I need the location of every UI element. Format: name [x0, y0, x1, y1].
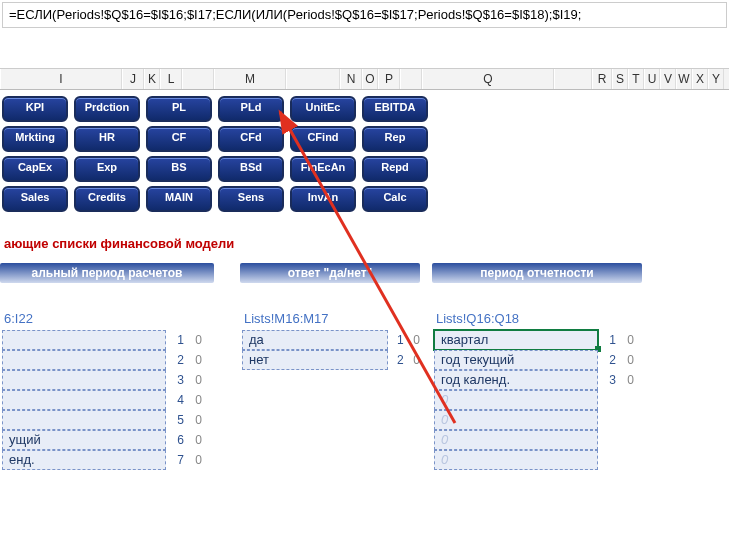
nav-button-ebitda[interactable]: EBITDA	[362, 96, 428, 122]
column-headers[interactable]: IJKLMNOPQRSTUVWXY	[0, 68, 729, 90]
nav-button-pld[interactable]: PLd	[218, 96, 284, 122]
column-header-W[interactable]: W	[676, 69, 692, 89]
list-item-cell[interactable]	[2, 370, 166, 390]
list-row: 0	[432, 410, 642, 430]
list-item-cell[interactable]: год текущий	[434, 350, 598, 370]
column-header-blank[interactable]	[182, 69, 214, 89]
column-header-O[interactable]: O	[362, 69, 378, 89]
nav-button-bs[interactable]: BS	[146, 156, 212, 182]
list-row: год текущий20	[432, 350, 642, 370]
list-item-cell[interactable]	[2, 350, 166, 370]
zero-cell: 0	[188, 390, 202, 410]
nav-button-unitec[interactable]: UnitEc	[290, 96, 356, 122]
range-reference: 6:I22	[0, 311, 214, 326]
nav-button-hr[interactable]: HR	[74, 126, 140, 152]
zero-cell: 0	[188, 410, 202, 430]
list-row: 10	[0, 330, 214, 350]
nav-button-credits[interactable]: Credits	[74, 186, 140, 212]
column-header-S[interactable]: S	[612, 69, 628, 89]
column-header-Q[interactable]: Q	[422, 69, 554, 89]
list-row: да10	[240, 330, 420, 350]
section-right: период отчетностиLists!Q16:Q18квартал10г…	[432, 263, 642, 470]
index-cell: 1	[166, 330, 188, 350]
index-cell: 2	[388, 350, 408, 370]
nav-button-pl[interactable]: PL	[146, 96, 212, 122]
list-row: год календ.30	[432, 370, 642, 390]
range-reference: Lists!M16:M17	[240, 311, 420, 326]
index-cell	[598, 390, 620, 410]
index-cell: 7	[166, 450, 188, 470]
list-item-cell[interactable]: квартал	[434, 330, 598, 350]
nav-button-finecan[interactable]: FinEcAn	[290, 156, 356, 182]
list-item-cell[interactable]: енд.	[2, 450, 166, 470]
nav-button-sens[interactable]: Sens	[218, 186, 284, 212]
zero-cell: 0	[188, 350, 202, 370]
column-header-L[interactable]: L	[160, 69, 182, 89]
column-header-R[interactable]: R	[592, 69, 612, 89]
list-item-cell[interactable]: нет	[242, 350, 388, 370]
column-header-blank[interactable]	[286, 69, 340, 89]
section-header: альный период расчетов	[0, 263, 214, 283]
zero-cell: 0	[188, 430, 202, 450]
nav-button-cfd[interactable]: CFd	[218, 126, 284, 152]
column-header-P[interactable]: P	[378, 69, 400, 89]
list-item-cell[interactable]: ущий	[2, 430, 166, 450]
list-row: 30	[0, 370, 214, 390]
nav-button-main[interactable]: MAIN	[146, 186, 212, 212]
column-header-V[interactable]: V	[660, 69, 676, 89]
column-header-blank[interactable]	[554, 69, 592, 89]
column-header-T[interactable]: T	[628, 69, 644, 89]
zero-cell	[620, 450, 634, 470]
nav-button-prdction[interactable]: Prdction	[74, 96, 140, 122]
column-header-K[interactable]: K	[144, 69, 160, 89]
list-item-cell[interactable]: 0	[434, 410, 598, 430]
list-item-cell[interactable]: год календ.	[434, 370, 598, 390]
nav-button-capex[interactable]: CapEx	[2, 156, 68, 182]
list-row: 20	[0, 350, 214, 370]
nav-button-rep[interactable]: Rep	[362, 126, 428, 152]
index-cell: 4	[166, 390, 188, 410]
worksheet-area[interactable]: KPIPrdctionPLPLdUnitEcEBITDAMrktingHRCFC…	[0, 90, 729, 534]
nav-button-kpi[interactable]: KPI	[2, 96, 68, 122]
nav-button-cf[interactable]: CF	[146, 126, 212, 152]
zero-cell: 0	[408, 330, 420, 350]
zero-cell	[620, 410, 634, 430]
index-cell: 3	[598, 370, 620, 390]
column-header-Y[interactable]: Y	[708, 69, 724, 89]
column-header-I[interactable]: I	[0, 69, 122, 89]
column-header-U[interactable]: U	[644, 69, 660, 89]
lists-sections: альный период расчетов6:I221020304050ущи…	[0, 263, 729, 534]
column-header-blank[interactable]	[400, 69, 422, 89]
nav-button-grid: KPIPrdctionPLPLdUnitEcEBITDAMrktingHRCFC…	[0, 90, 729, 226]
section-header: период отчетности	[432, 263, 642, 283]
column-header-X[interactable]: X	[692, 69, 708, 89]
list-item-cell[interactable]	[2, 390, 166, 410]
nav-button-exp[interactable]: Exp	[74, 156, 140, 182]
nav-button-sales[interactable]: Sales	[2, 186, 68, 212]
nav-button-repd[interactable]: Repd	[362, 156, 428, 182]
list-row: 0	[432, 430, 642, 450]
list-row: 50	[0, 410, 214, 430]
column-header-N[interactable]: N	[340, 69, 362, 89]
nav-button-bsd[interactable]: BSd	[218, 156, 284, 182]
list-item-cell[interactable]: 0	[434, 390, 598, 410]
nav-button-mrkting[interactable]: Mrkting	[2, 126, 68, 152]
column-header-J[interactable]: J	[122, 69, 144, 89]
list-item-cell[interactable]	[2, 410, 166, 430]
nav-button-invan[interactable]: InvAn	[290, 186, 356, 212]
zero-cell: 0	[620, 370, 634, 390]
list-item-cell[interactable]: 0	[434, 430, 598, 450]
list-box: квартал10год текущий20год календ.300000	[432, 330, 642, 470]
nav-button-cfind[interactable]: CFind	[290, 126, 356, 152]
list-item-cell[interactable]: 0	[434, 450, 598, 470]
section-left: альный период расчетов6:I221020304050ущи…	[0, 263, 214, 470]
zero-cell: 0	[620, 350, 634, 370]
list-row: ущий60	[0, 430, 214, 450]
list-item-cell[interactable]: да	[242, 330, 388, 350]
formula-bar[interactable]: =ЕСЛИ(Periods!$Q$16=$I$16;$I17;ЕСЛИ(ИЛИ(…	[2, 2, 727, 28]
column-header-M[interactable]: M	[214, 69, 286, 89]
list-item-cell[interactable]	[2, 330, 166, 350]
zero-cell	[620, 390, 634, 410]
section-header: ответ "да/нет"	[240, 263, 420, 283]
nav-button-calc[interactable]: Calc	[362, 186, 428, 212]
